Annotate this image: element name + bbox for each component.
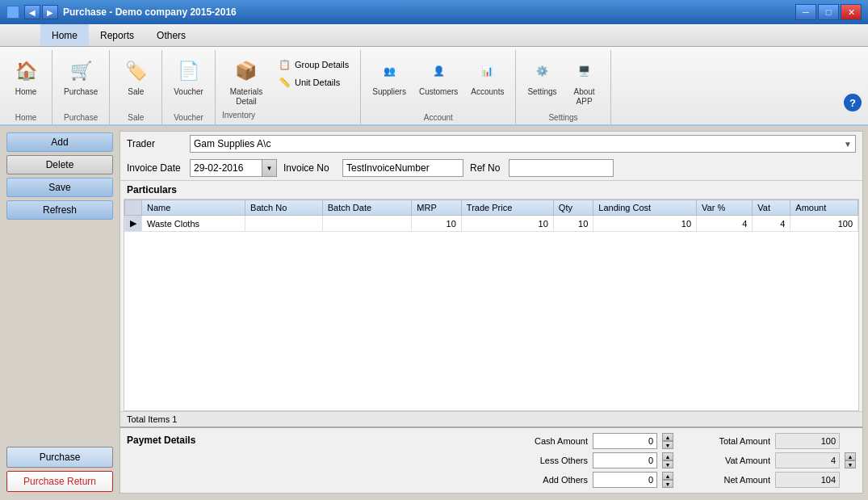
date-picker-button[interactable]: ▼ bbox=[262, 159, 277, 177]
ribbon-customers-button[interactable]: 👤 Customers bbox=[414, 53, 463, 100]
cell-landing-cost: 10 bbox=[593, 216, 697, 232]
back-button[interactable]: ◀ bbox=[24, 5, 40, 19]
ribbon-home-button[interactable]: 🏠 Home bbox=[6, 53, 45, 100]
app-icon bbox=[6, 6, 19, 19]
add-others-input[interactable] bbox=[593, 472, 657, 488]
menu-others[interactable]: Others bbox=[145, 24, 197, 46]
main-area: Add Delete Save Refresh Purchase Purchas… bbox=[0, 126, 868, 498]
cell-mrp: 10 bbox=[412, 216, 461, 232]
add-spinner: ▲ ▼ bbox=[662, 472, 673, 488]
ribbon-group-inventory-label: Inventory bbox=[222, 109, 255, 122]
ribbon-accounts-button[interactable]: 📊 Accounts bbox=[466, 53, 509, 100]
unit-details-label: Unit Details bbox=[295, 78, 340, 87]
add-spin-down[interactable]: ▼ bbox=[662, 480, 673, 488]
menu-home[interactable]: Home bbox=[40, 24, 89, 46]
less-spin-up[interactable]: ▲ bbox=[662, 452, 673, 460]
ribbon-about-button[interactable]: 🖥️ AboutAPP bbox=[565, 53, 604, 110]
net-amount-input bbox=[775, 472, 840, 488]
less-spin-down[interactable]: ▼ bbox=[662, 460, 673, 468]
ribbon-group-home: 🏠 Home Home bbox=[0, 50, 52, 124]
ribbon-voucher-button[interactable]: 📄 Voucher bbox=[169, 53, 208, 100]
total-items-bar: Total Items 1 bbox=[120, 411, 862, 426]
purchase-nav-button[interactable]: Purchase bbox=[6, 447, 113, 468]
ribbon-unit-details-button[interactable]: 📏 Unit Details bbox=[274, 74, 354, 90]
title-bar: ◀ ▶ Purchase - Demo company 2015-2016 ─ … bbox=[0, 0, 868, 24]
data-table-wrap: Name Batch No Batch Date MRP Trade Price… bbox=[124, 199, 859, 411]
cell-amount: 100 bbox=[790, 216, 858, 232]
invoice-date-input[interactable] bbox=[190, 159, 262, 177]
row-sel-cell: ▶ bbox=[125, 216, 142, 232]
net-amount-label: Net Amount bbox=[706, 475, 770, 485]
delete-button[interactable]: Delete bbox=[6, 155, 113, 174]
ref-no-input[interactable] bbox=[509, 159, 614, 177]
payment-section: Paymet Details Cash Amount ▲ ▼ Less Othe… bbox=[120, 426, 862, 493]
vat-amount-input bbox=[775, 452, 840, 468]
ribbon-group-voucher: 📄 Voucher Voucher bbox=[162, 50, 216, 124]
ribbon-settings-label: Settings bbox=[527, 87, 556, 97]
cell-var-pct: 4 bbox=[697, 216, 753, 232]
maximize-button[interactable]: □ bbox=[818, 4, 839, 20]
add-button[interactable]: Add bbox=[6, 132, 113, 152]
ribbon-suppliers-button[interactable]: 👥 Suppliers bbox=[367, 53, 411, 100]
ribbon-group-inventory: 📦 MaterialsDetail 📋 Group Details 📏 Unit… bbox=[216, 50, 361, 124]
vat-spin-up[interactable]: ▲ bbox=[845, 452, 856, 460]
content-area: Trader Gam Supplies A\c ▼ Invoice Date ▼… bbox=[120, 131, 863, 494]
payment-fields: Cash Amount ▲ ▼ Less Others ▲ ▼ bbox=[216, 433, 673, 488]
purchase-return-button[interactable]: Purchase Return bbox=[6, 471, 113, 492]
title-bar-left: ◀ ▶ Purchase - Demo company 2015-2016 bbox=[6, 5, 237, 19]
cash-amount-input[interactable] bbox=[593, 433, 657, 449]
ribbon-sale-button[interactable]: 🏷️ Sale bbox=[116, 53, 155, 100]
vat-spin-down[interactable]: ▼ bbox=[845, 460, 856, 468]
menu-reports[interactable]: Reports bbox=[89, 24, 145, 46]
ribbon-settings-button[interactable]: ⚙️ Settings bbox=[522, 53, 561, 100]
ribbon-group-sale: 🏷️ Sale Sale bbox=[110, 50, 162, 124]
date-input-wrap: ▼ bbox=[190, 159, 277, 177]
group-details-icon: 📋 bbox=[279, 58, 291, 71]
col-trade-price: Trade Price bbox=[461, 200, 553, 216]
close-button[interactable]: ✕ bbox=[841, 4, 862, 20]
ribbon-materials-button[interactable]: 📦 MaterialsDetail bbox=[222, 53, 270, 110]
col-landing-cost: Landing Cost bbox=[593, 200, 697, 216]
less-others-input[interactable] bbox=[593, 452, 657, 468]
minimize-button[interactable]: ─ bbox=[795, 4, 816, 20]
col-batch-no: Batch No bbox=[245, 200, 323, 216]
ribbon-home-label: Home bbox=[15, 87, 37, 97]
cell-batch-no bbox=[245, 216, 323, 232]
materials-icon: 📦 bbox=[235, 61, 257, 82]
ribbon-group-details-button[interactable]: 📋 Group Details bbox=[274, 57, 354, 73]
ribbon-voucher-label: Voucher bbox=[174, 87, 203, 97]
cash-spin-down[interactable]: ▼ bbox=[662, 441, 673, 449]
cell-qty: 10 bbox=[553, 216, 593, 232]
ribbon-group-account-label: Account bbox=[424, 111, 453, 124]
about-icon: 🖥️ bbox=[578, 65, 590, 77]
ribbon-customers-label: Customers bbox=[419, 87, 458, 97]
help-button[interactable]: ? bbox=[844, 94, 862, 111]
add-spin-up[interactable]: ▲ bbox=[662, 472, 673, 480]
particulars-header: Particulars bbox=[120, 180, 862, 199]
table-row[interactable]: ▶ Waste Cloths 10 10 10 10 4 4 100 bbox=[125, 216, 858, 232]
vat-amount-row: Vat Amount ▲ ▼ bbox=[706, 452, 856, 468]
ribbon: 🏠 Home Home 🛒 Purchase Purchase 🏷️ Sale … bbox=[0, 47, 868, 126]
ribbon-sale-label: Sale bbox=[128, 87, 144, 97]
col-batch-date: Batch Date bbox=[322, 200, 412, 216]
trader-combo[interactable]: Gam Supplies A\c ▼ bbox=[190, 135, 856, 153]
refresh-button[interactable]: Refresh bbox=[6, 200, 113, 220]
ribbon-group-settings-label: Settings bbox=[548, 111, 577, 124]
col-amount: Amount bbox=[790, 200, 858, 216]
invoice-no-input[interactable] bbox=[342, 159, 463, 177]
invoice-no-label: Invoice No bbox=[283, 162, 336, 174]
cell-trade-price: 10 bbox=[461, 216, 553, 232]
cash-amount-row: Cash Amount ▲ ▼ bbox=[216, 433, 673, 449]
col-mrp: MRP bbox=[412, 200, 461, 216]
ref-no-label: Ref No bbox=[470, 162, 502, 174]
ribbon-purchase-button[interactable]: 🛒 Purchase bbox=[59, 53, 103, 100]
ribbon-group-purchase-label: Purchase bbox=[64, 111, 98, 124]
less-others-label: Less Others bbox=[523, 456, 588, 465]
save-button[interactable]: Save bbox=[6, 178, 113, 197]
cash-spin-up[interactable]: ▲ bbox=[662, 433, 673, 441]
ribbon-group-account: 👥 Suppliers 👤 Customers 📊 Accounts Accou… bbox=[361, 50, 516, 124]
cell-name: Waste Cloths bbox=[142, 216, 245, 232]
forward-button[interactable]: ▶ bbox=[42, 5, 58, 19]
ribbon-accounts-label: Accounts bbox=[471, 87, 504, 97]
ribbon-suppliers-label: Suppliers bbox=[372, 87, 406, 97]
